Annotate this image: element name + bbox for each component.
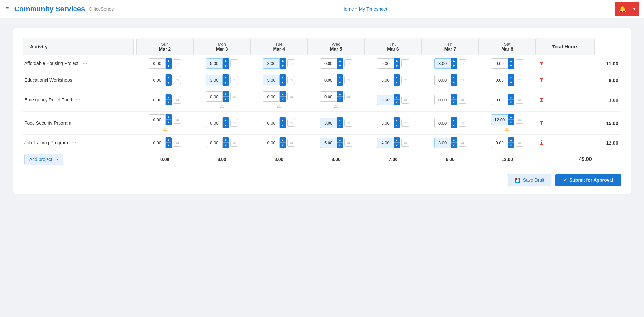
note-button[interactable]: ▭ [173,116,181,124]
spin-up-button[interactable]: ▲ [394,138,400,143]
spin-up-button[interactable]: ▲ [337,118,343,123]
nav-current-link[interactable]: My Timesheet [359,7,387,12]
spin-up-button[interactable]: ▲ [508,114,514,120]
spin-down-button[interactable]: ▼ [166,80,171,85]
spin-up-button[interactable]: ▲ [508,95,514,100]
spin-up-button[interactable]: ▲ [508,75,514,80]
more-options-button[interactable]: ··· [71,140,76,145]
spin-down-button[interactable]: ▼ [394,80,400,85]
note-button[interactable]: ▭ [459,59,466,67]
note-button[interactable]: ▭ [287,119,295,127]
spin-down-button[interactable]: ▼ [451,143,457,148]
note-button[interactable]: ▭ [230,139,238,147]
hours-input[interactable] [149,58,166,69]
note-button[interactable]: ▭ [230,76,238,84]
spin-up-button[interactable]: ▲ [451,95,457,100]
spin-down-button[interactable]: ▼ [223,63,229,69]
hours-input[interactable] [320,138,337,148]
hours-input[interactable] [491,95,508,105]
spin-down-button[interactable]: ▼ [508,63,514,69]
spin-up-button[interactable]: ▲ [223,91,229,97]
note-button[interactable]: ▭ [516,116,523,124]
spin-down-button[interactable]: ▼ [166,120,171,125]
spin-up-button[interactable]: ▲ [223,138,229,143]
hours-input[interactable] [263,138,280,148]
note-button[interactable]: ▭ [287,76,295,84]
spin-down-button[interactable]: ▼ [223,97,229,102]
note-button[interactable]: ▭ [287,93,295,100]
spin-up-button[interactable]: ▲ [451,58,457,63]
hours-input[interactable] [377,75,394,85]
spin-up-button[interactable]: ▲ [280,91,286,97]
note-button[interactable]: ▭ [230,93,238,100]
spin-up-button[interactable]: ▲ [337,91,343,97]
nav-home-link[interactable]: Home [342,7,354,12]
spin-down-button[interactable]: ▼ [508,120,514,125]
hours-input[interactable] [434,138,451,148]
hours-input[interactable] [491,138,508,148]
spin-up-button[interactable]: ▲ [166,114,171,120]
delete-row-button[interactable]: 🗑 [537,139,546,146]
note-button[interactable]: ▭ [344,93,352,100]
note-button[interactable]: ▭ [401,96,409,104]
submit-button[interactable]: ✔ Submit for Approval [555,174,621,186]
spin-up-button[interactable]: ▲ [394,95,400,100]
note-button[interactable]: ▭ [459,139,466,147]
hours-input[interactable] [149,75,166,85]
hours-input[interactable] [320,118,337,128]
spin-up-button[interactable]: ▲ [337,58,343,63]
hours-input[interactable] [377,95,394,105]
hours-input[interactable] [206,138,223,148]
spin-up-button[interactable]: ▲ [166,58,171,63]
spin-up-button[interactable]: ▲ [337,138,343,143]
hours-input[interactable] [491,114,508,125]
spin-up-button[interactable]: ▲ [451,138,457,143]
note-button[interactable]: ▭ [516,76,523,84]
add-project-button[interactable]: Add project ▾ [24,154,63,165]
more-options-button[interactable]: ··· [74,97,80,102]
note-button[interactable]: ▭ [344,119,352,127]
hours-input[interactable] [491,75,508,85]
spin-down-button[interactable]: ▼ [280,143,286,148]
spin-up-button[interactable]: ▲ [280,138,286,143]
hours-input[interactable] [149,95,166,105]
spin-up-button[interactable]: ▲ [166,95,171,100]
note-button[interactable]: ▭ [173,76,181,84]
spin-down-button[interactable]: ▼ [223,143,229,148]
spin-up-button[interactable]: ▲ [394,118,400,123]
spin-down-button[interactable]: ▼ [280,63,286,69]
hours-input[interactable] [377,138,394,148]
spin-up-button[interactable]: ▲ [223,118,229,123]
hours-input[interactable] [434,58,451,69]
spin-up-button[interactable]: ▲ [223,75,229,80]
hours-input[interactable] [320,91,337,102]
hours-input[interactable] [434,75,451,85]
spin-up-button[interactable]: ▲ [280,75,286,80]
spin-down-button[interactable]: ▼ [280,80,286,85]
spin-down-button[interactable]: ▼ [394,143,400,148]
note-button[interactable]: ▭ [344,59,352,67]
note-button[interactable]: ▭ [173,96,181,104]
note-button[interactable]: ▭ [459,119,466,127]
more-options-button[interactable]: ··· [81,60,87,66]
hours-input[interactable] [206,75,223,85]
spin-down-button[interactable]: ▼ [166,63,171,69]
spin-down-button[interactable]: ▼ [394,63,400,69]
hours-input[interactable] [149,114,166,125]
note-button[interactable]: ▭ [230,59,238,67]
note-button[interactable]: ▭ [401,59,409,67]
spin-up-button[interactable]: ▲ [280,58,286,63]
hours-input[interactable] [434,118,451,128]
spin-down-button[interactable]: ▼ [508,143,514,148]
note-button[interactable]: ▭ [401,139,409,147]
spin-up-button[interactable]: ▲ [508,138,514,143]
hours-input[interactable] [434,95,451,105]
note-button[interactable]: ▭ [516,96,523,104]
spin-up-button[interactable]: ▲ [166,75,171,80]
delete-row-button[interactable]: 🗑 [537,60,546,67]
spin-up-button[interactable]: ▲ [508,58,514,63]
spin-up-button[interactable]: ▲ [223,58,229,63]
more-options-button[interactable]: ··· [74,120,80,125]
save-draft-button[interactable]: 💾 Save Draft [508,174,551,186]
hours-input[interactable] [320,75,337,85]
